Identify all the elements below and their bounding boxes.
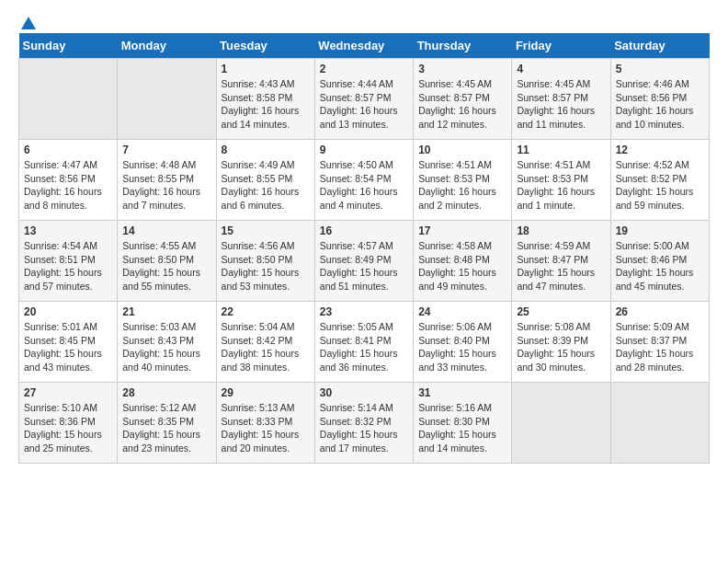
calendar-cell: 20Sunrise: 5:01 AM Sunset: 8:45 PM Dayli… xyxy=(19,302,118,383)
day-info: Sunrise: 5:06 AM Sunset: 8:40 PM Dayligh… xyxy=(418,320,506,374)
day-number: 17 xyxy=(418,224,506,237)
day-info: Sunrise: 5:14 AM Sunset: 8:32 PM Dayligh… xyxy=(320,401,408,455)
day-info: Sunrise: 5:09 AM Sunset: 8:37 PM Dayligh… xyxy=(616,320,704,374)
day-info: Sunrise: 4:55 AM Sunset: 8:50 PM Dayligh… xyxy=(122,239,210,293)
day-number: 8 xyxy=(222,144,310,156)
calendar-cell: 29Sunrise: 5:13 AM Sunset: 8:33 PM Dayli… xyxy=(216,383,314,464)
weekday-header-tuesday: Tuesday xyxy=(216,33,314,59)
day-info: Sunrise: 4:45 AM Sunset: 8:57 PM Dayligh… xyxy=(418,77,506,132)
weekday-header-row: SundayMondayTuesdayWednesdayThursdayFrid… xyxy=(19,33,710,59)
day-number: 2 xyxy=(320,63,408,75)
calendar-cell: 6Sunrise: 4:47 AM Sunset: 8:56 PM Daylig… xyxy=(19,140,118,221)
calendar-cell: 19Sunrise: 5:00 AM Sunset: 8:46 PM Dayli… xyxy=(610,221,709,302)
day-number: 5 xyxy=(616,63,704,75)
day-number: 4 xyxy=(517,63,605,75)
page-header xyxy=(18,15,710,26)
day-number: 21 xyxy=(122,305,210,318)
calendar-cell: 28Sunrise: 5:12 AM Sunset: 8:35 PM Dayli… xyxy=(118,383,216,464)
day-number: 14 xyxy=(122,224,210,237)
calendar-cell: 10Sunrise: 4:51 AM Sunset: 8:53 PM Dayli… xyxy=(414,140,512,221)
day-number: 1 xyxy=(222,63,310,75)
calendar-cell xyxy=(19,59,118,140)
day-info: Sunrise: 4:57 AM Sunset: 8:49 PM Dayligh… xyxy=(320,239,408,293)
day-number: 26 xyxy=(616,305,704,318)
day-number: 19 xyxy=(616,224,704,237)
day-number: 23 xyxy=(320,305,408,318)
week-row-4: 20Sunrise: 5:01 AM Sunset: 8:45 PM Dayli… xyxy=(19,302,710,383)
day-info: Sunrise: 5:00 AM Sunset: 8:46 PM Dayligh… xyxy=(616,239,704,293)
calendar-cell: 1Sunrise: 4:43 AM Sunset: 8:58 PM Daylig… xyxy=(216,59,314,140)
calendar-cell: 3Sunrise: 4:45 AM Sunset: 8:57 PM Daylig… xyxy=(414,59,512,140)
day-number: 25 xyxy=(517,305,605,318)
day-number: 18 xyxy=(517,224,605,237)
day-number: 11 xyxy=(517,144,605,156)
day-info: Sunrise: 5:16 AM Sunset: 8:30 PM Dayligh… xyxy=(418,401,506,455)
calendar-cell: 21Sunrise: 5:03 AM Sunset: 8:43 PM Dayli… xyxy=(118,302,216,383)
calendar-cell: 11Sunrise: 4:51 AM Sunset: 8:53 PM Dayli… xyxy=(512,140,610,221)
weekday-header-wednesday: Wednesday xyxy=(314,33,413,59)
day-number: 27 xyxy=(24,386,112,399)
day-info: Sunrise: 4:49 AM Sunset: 8:55 PM Dayligh… xyxy=(222,158,310,213)
week-row-2: 6Sunrise: 4:47 AM Sunset: 8:56 PM Daylig… xyxy=(19,140,710,221)
day-info: Sunrise: 4:52 AM Sunset: 8:52 PM Dayligh… xyxy=(616,158,704,213)
day-number: 9 xyxy=(320,144,408,156)
calendar-cell: 17Sunrise: 4:58 AM Sunset: 8:48 PM Dayli… xyxy=(414,221,512,302)
week-row-5: 27Sunrise: 5:10 AM Sunset: 8:36 PM Dayli… xyxy=(19,383,710,464)
day-info: Sunrise: 4:54 AM Sunset: 8:51 PM Dayligh… xyxy=(24,239,112,293)
day-info: Sunrise: 5:05 AM Sunset: 8:41 PM Dayligh… xyxy=(320,320,408,374)
day-info: Sunrise: 5:01 AM Sunset: 8:45 PM Dayligh… xyxy=(24,320,112,374)
day-info: Sunrise: 5:10 AM Sunset: 8:36 PM Dayligh… xyxy=(24,401,112,455)
calendar-cell: 22Sunrise: 5:04 AM Sunset: 8:42 PM Dayli… xyxy=(216,302,314,383)
day-info: Sunrise: 4:46 AM Sunset: 8:56 PM Dayligh… xyxy=(616,77,704,132)
day-number: 29 xyxy=(222,386,310,399)
day-number: 28 xyxy=(122,386,210,399)
calendar-cell: 5Sunrise: 4:46 AM Sunset: 8:56 PM Daylig… xyxy=(610,59,709,140)
day-info: Sunrise: 5:12 AM Sunset: 8:35 PM Dayligh… xyxy=(122,401,210,455)
calendar-cell: 8Sunrise: 4:49 AM Sunset: 8:55 PM Daylig… xyxy=(216,140,314,221)
weekday-header-monday: Monday xyxy=(118,33,216,59)
day-info: Sunrise: 5:13 AM Sunset: 8:33 PM Dayligh… xyxy=(222,401,310,455)
calendar-cell: 13Sunrise: 4:54 AM Sunset: 8:51 PM Dayli… xyxy=(19,221,118,302)
calendar-cell xyxy=(118,59,216,140)
day-number: 24 xyxy=(418,305,506,318)
day-info: Sunrise: 4:51 AM Sunset: 8:53 PM Dayligh… xyxy=(418,158,506,213)
calendar-cell: 16Sunrise: 4:57 AM Sunset: 8:49 PM Dayli… xyxy=(314,221,413,302)
day-info: Sunrise: 4:59 AM Sunset: 8:47 PM Dayligh… xyxy=(517,239,605,293)
weekday-header-friday: Friday xyxy=(512,33,610,59)
day-number: 31 xyxy=(418,386,506,399)
calendar-cell: 30Sunrise: 5:14 AM Sunset: 8:32 PM Dayli… xyxy=(314,383,413,464)
calendar-cell: 26Sunrise: 5:09 AM Sunset: 8:37 PM Dayli… xyxy=(610,302,709,383)
day-number: 12 xyxy=(616,144,704,156)
day-info: Sunrise: 4:47 AM Sunset: 8:56 PM Dayligh… xyxy=(24,158,112,213)
calendar-table: SundayMondayTuesdayWednesdayThursdayFrid… xyxy=(18,33,710,464)
calendar-cell: 2Sunrise: 4:44 AM Sunset: 8:57 PM Daylig… xyxy=(314,59,413,140)
day-info: Sunrise: 4:44 AM Sunset: 8:57 PM Dayligh… xyxy=(320,77,408,132)
calendar-cell: 15Sunrise: 4:56 AM Sunset: 8:50 PM Dayli… xyxy=(216,221,314,302)
calendar-cell: 31Sunrise: 5:16 AM Sunset: 8:30 PM Dayli… xyxy=(414,383,512,464)
calendar-cell: 25Sunrise: 5:08 AM Sunset: 8:39 PM Dayli… xyxy=(512,302,610,383)
day-info: Sunrise: 4:51 AM Sunset: 8:53 PM Dayligh… xyxy=(517,158,605,213)
day-info: Sunrise: 4:50 AM Sunset: 8:54 PM Dayligh… xyxy=(320,158,408,213)
day-number: 10 xyxy=(418,144,506,156)
day-number: 16 xyxy=(320,224,408,237)
day-info: Sunrise: 4:45 AM Sunset: 8:57 PM Dayligh… xyxy=(517,77,605,132)
day-number: 13 xyxy=(24,224,112,237)
logo xyxy=(18,15,38,26)
day-number: 6 xyxy=(24,144,112,156)
weekday-header-thursday: Thursday xyxy=(414,33,512,59)
logo-icon xyxy=(19,13,38,31)
calendar-cell: 18Sunrise: 4:59 AM Sunset: 8:47 PM Dayli… xyxy=(512,221,610,302)
calendar-cell xyxy=(610,383,709,464)
calendar-cell: 23Sunrise: 5:05 AM Sunset: 8:41 PM Dayli… xyxy=(314,302,413,383)
calendar-cell: 14Sunrise: 4:55 AM Sunset: 8:50 PM Dayli… xyxy=(118,221,216,302)
calendar-cell xyxy=(512,383,610,464)
day-info: Sunrise: 4:58 AM Sunset: 8:48 PM Dayligh… xyxy=(418,239,506,293)
day-info: Sunrise: 4:48 AM Sunset: 8:55 PM Dayligh… xyxy=(122,158,210,213)
day-info: Sunrise: 5:03 AM Sunset: 8:43 PM Dayligh… xyxy=(122,320,210,374)
weekday-header-sunday: Sunday xyxy=(19,33,118,59)
day-number: 3 xyxy=(418,63,506,75)
day-number: 22 xyxy=(222,305,310,318)
day-number: 30 xyxy=(320,386,408,399)
weekday-header-saturday: Saturday xyxy=(610,33,709,59)
calendar-cell: 9Sunrise: 4:50 AM Sunset: 8:54 PM Daylig… xyxy=(314,140,413,221)
